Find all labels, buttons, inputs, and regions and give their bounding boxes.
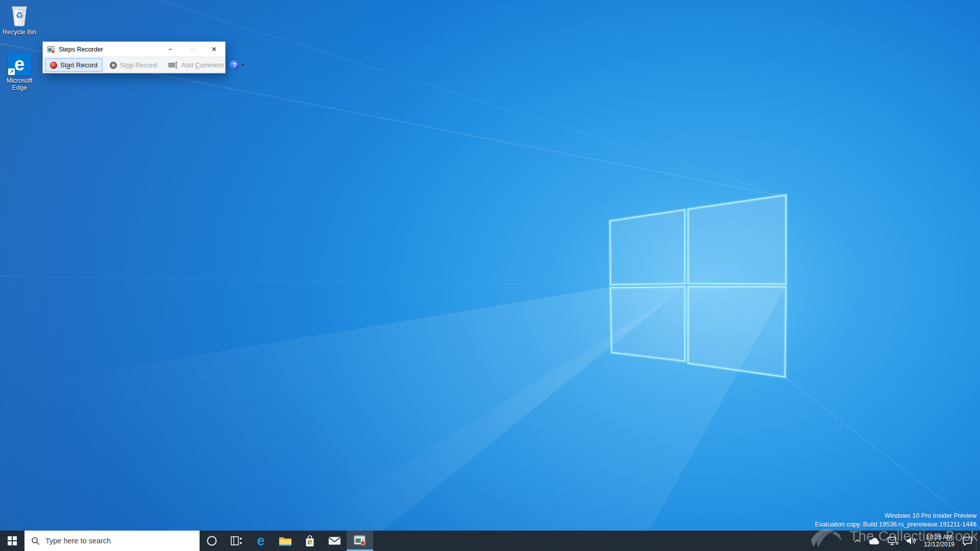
start-button[interactable] [0,531,24,551]
desktop-icon-label: Recycle Bin [0,29,39,36]
taskbar-task-view-button[interactable] [224,531,249,551]
task-view-icon [231,536,242,546]
cortana-icon [206,535,217,546]
file-explorer-icon [279,536,292,546]
comment-icon [168,62,178,68]
desktop-background[interactable] [0,0,980,551]
window-title: Steps Recorder [59,46,103,53]
screen: ♻ Recycle Bin e ↗ Microsoft Edge Steps R… [0,0,980,551]
taskbar-store-button[interactable] [298,531,322,551]
add-comment-label: Add Comment [181,61,224,69]
insider-watermark: Windows 10 Pro Insider Preview Evaluatio… [815,512,976,529]
edge-icon: e ↗ [8,53,31,76]
taskbar-edge-button[interactable]: e [249,531,273,551]
shortcut-arrow-icon: ↗ [8,68,15,75]
desktop-icon-recycle-bin[interactable]: ♻ Recycle Bin [0,3,39,36]
tray-volume-button[interactable] [902,531,920,551]
show-desktop-button[interactable] [976,531,980,551]
windows-logo-icon [8,536,17,545]
taskbar-steps-recorder-button[interactable] [347,531,373,551]
minimize-button[interactable]: − [159,42,181,57]
recycle-bin-icon: ♻ [0,3,39,27]
stop-icon [110,62,117,69]
windows-hero-wallpaper-logo [0,0,980,551]
titlebar[interactable]: Steps Recorder − □ ✕ [43,42,225,57]
close-button[interactable]: ✕ [203,42,225,57]
chevron-up-icon [853,538,862,543]
onedrive-cloud-icon [868,537,881,545]
edge-icon: e [257,534,264,548]
taskbar-file-explorer-button[interactable] [273,531,298,551]
start-record-label: Start Record [60,61,97,69]
mail-icon [328,536,341,545]
taskbar: Type here to search e [0,531,980,551]
volume-icon [905,536,917,545]
taskbar-search[interactable]: Type here to search [24,531,200,551]
steps-recorder-window: Steps Recorder − □ ✕ Start Record Stop R… [42,41,226,73]
system-tray: 10:35 AM 12/12/2019 [850,531,980,551]
search-icon [31,537,40,545]
taskbar-cortana-button[interactable] [200,531,224,551]
maximize-button[interactable]: □ [181,42,203,57]
start-record-button[interactable]: Start Record [45,58,103,72]
stop-record-button[interactable]: Stop Record [105,59,161,71]
tray-onedrive-button[interactable] [865,531,884,551]
clock-time: 10:35 AM [924,534,954,541]
search-placeholder: Type here to search [45,537,111,545]
record-icon [50,62,57,69]
stop-record-label: Stop Record [120,61,157,69]
recycle-symbol-icon: ♻ [8,10,31,20]
taskbar-clock[interactable]: 10:35 AM 12/12/2019 [920,534,959,548]
steps-recorder-icon [354,535,366,546]
help-icon: ? [230,60,239,70]
action-center-button[interactable] [959,531,976,551]
steps-recorder-toolbar: Start Record Stop Record Add Comment ? ▼ [43,57,225,73]
tray-network-button[interactable] [884,531,902,551]
taskbar-mail-button[interactable] [322,531,347,551]
network-icon [887,536,899,546]
chevron-down-icon: ▼ [241,63,244,67]
tray-expand-button[interactable] [850,531,865,551]
microsoft-store-icon [304,534,316,547]
desktop-icon-microsoft-edge[interactable]: e ↗ Microsoft Edge [0,53,39,91]
clock-date: 12/12/2019 [924,541,954,548]
insider-watermark-line2: Evaluation copy. Build 19536.rs_prerelea… [815,520,976,529]
add-comment-button[interactable]: Add Comment [164,59,228,71]
help-button[interactable]: ? ▼ [228,60,246,70]
insider-watermark-line1: Windows 10 Pro Insider Preview [815,512,976,520]
action-center-icon [962,536,973,546]
steps-recorder-app-icon [47,45,55,54]
desktop-icon-label: Microsoft Edge [0,77,39,91]
